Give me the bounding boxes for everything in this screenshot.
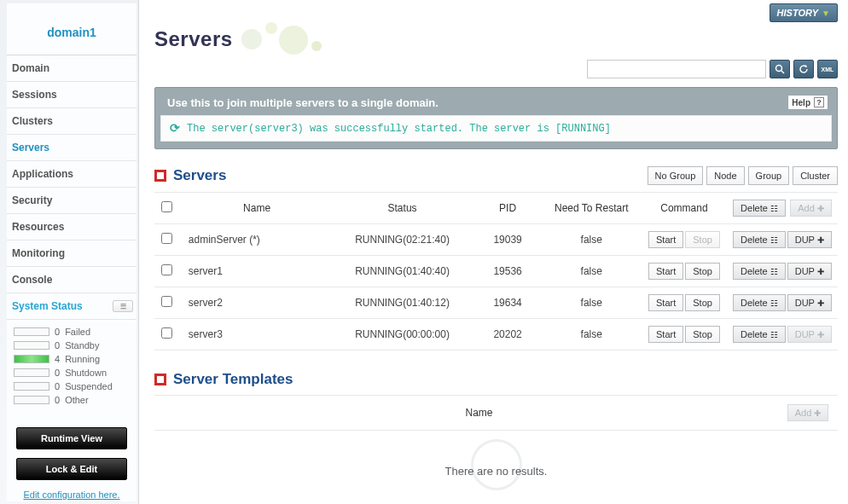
- col-restart: Need To Restart: [541, 193, 642, 224]
- svg-point-0: [776, 66, 782, 72]
- start-button[interactable]: Start: [648, 263, 683, 280]
- start-button[interactable]: Start: [648, 231, 683, 248]
- plus-icon: ✚: [817, 204, 824, 213]
- search-input[interactable]: [587, 60, 766, 78]
- group-button[interactable]: Group: [748, 166, 790, 185]
- export-xml-icon[interactable]: XML: [817, 60, 838, 78]
- status-standby: 0Standby: [9, 339, 136, 352]
- section-icon: [154, 170, 166, 182]
- info-box: Use this to join multiple servers to a s…: [154, 87, 838, 149]
- decorative-bubbles: [241, 22, 378, 56]
- plus-icon: ✚: [814, 408, 821, 418]
- search-icon[interactable]: [770, 60, 790, 78]
- cell-status: RUNNING(01:40:40): [330, 256, 473, 287]
- select-all-checkbox[interactable]: [161, 201, 172, 212]
- svg-line-1: [781, 71, 784, 73]
- row-checkbox[interactable]: [161, 296, 172, 307]
- delete-button[interactable]: Delete☷: [733, 263, 786, 280]
- sidebar-item-domain[interactable]: Domain: [7, 55, 136, 82]
- stop-button: Stop: [685, 231, 720, 248]
- system-status-header: System Status ☰: [7, 293, 136, 320]
- status-failed: 0Failed: [9, 325, 136, 339]
- system-status-list: 0Failed 0Standby 4Running 0Shutdown 0Sus…: [7, 320, 136, 415]
- col-pid: PID: [474, 193, 542, 224]
- status-shutdown: 0Shutdown: [9, 366, 136, 379]
- cluster-button[interactable]: Cluster: [793, 166, 838, 185]
- sidebar-item-resources[interactable]: Resources: [7, 214, 136, 240]
- lock-edit-button[interactable]: Lock & Edit: [16, 458, 127, 480]
- plus-icon: ✚: [817, 267, 824, 276]
- cell-status: RUNNING(02:21:40): [330, 224, 473, 256]
- col-name: Name: [180, 193, 331, 224]
- row-checkbox[interactable]: [161, 233, 172, 244]
- sidebar-item-servers[interactable]: Servers: [7, 135, 136, 161]
- row-checkbox[interactable]: [161, 327, 172, 339]
- delete-button[interactable]: Delete☷: [733, 231, 786, 248]
- cell-name: server2: [180, 287, 331, 319]
- cell-restart: false: [541, 224, 642, 256]
- no-results: There are no results.: [154, 431, 838, 495]
- cell-name: adminServer (*): [180, 224, 331, 256]
- col-status: Status: [330, 193, 473, 224]
- history-label: HISTORY: [777, 8, 819, 18]
- duplicate-button[interactable]: DUP✚: [787, 231, 832, 248]
- cell-restart: false: [541, 319, 642, 350]
- plus-icon: ✚: [817, 235, 824, 245]
- main-content: HISTORY ▼ Servers XML Use th: [139, 0, 848, 504]
- add-server-button[interactable]: Add✚: [790, 200, 832, 217]
- status-message: ⟳ The server(server3) was successfully s…: [160, 115, 832, 142]
- duplicate-button[interactable]: DUP✚: [787, 263, 832, 280]
- no-group-button[interactable]: No Group: [648, 166, 704, 185]
- help-button[interactable]: Help?: [787, 95, 828, 110]
- cell-pid: 19536: [474, 256, 542, 287]
- info-description: Use this to join multiple servers to a s…: [167, 96, 439, 109]
- cell-pid: 19634: [474, 287, 542, 319]
- delete-selected-button[interactable]: Delete☷: [733, 200, 786, 217]
- start-button[interactable]: Start: [648, 294, 683, 311]
- history-button[interactable]: HISTORY ▼: [770, 3, 838, 22]
- stop-button[interactable]: Stop: [685, 263, 720, 280]
- sidebar-item-applications[interactable]: Applications: [7, 161, 136, 188]
- cell-name: server1: [180, 256, 331, 287]
- duplicate-button[interactable]: DUP✚: [787, 294, 832, 311]
- cell-pid: 20202: [474, 319, 542, 350]
- status-card-icon[interactable]: ☰: [113, 300, 133, 312]
- delete-button[interactable]: Delete☷: [733, 294, 786, 311]
- section-icon: [154, 374, 166, 385]
- sidebar-item-console[interactable]: Console: [7, 267, 136, 293]
- cell-status: RUNNING(01:40:12): [330, 287, 473, 319]
- tmpl-col-name: Name: [180, 396, 778, 431]
- edit-config-link[interactable]: Edit configuration here.: [20, 489, 123, 501]
- stop-button[interactable]: Stop: [685, 294, 720, 311]
- sidebar-nav: Domain Sessions Clusters Servers Applica…: [7, 55, 136, 293]
- refresh-icon[interactable]: [793, 60, 814, 78]
- table-row: server2RUNNING(01:40:12)19634falseStartS…: [154, 287, 838, 319]
- refresh-status-icon: ⟳: [170, 121, 180, 136]
- row-checkbox[interactable]: [161, 264, 172, 275]
- table-row: server3RUNNING(00:00:00)20202falseStartS…: [154, 319, 838, 350]
- stop-button[interactable]: Stop: [685, 326, 720, 343]
- start-button[interactable]: Start: [648, 326, 683, 343]
- sidebar-item-security[interactable]: Security: [7, 188, 136, 214]
- cell-restart: false: [541, 287, 642, 319]
- sidebar-item-sessions[interactable]: Sessions: [7, 82, 136, 108]
- status-other: 0Other: [9, 393, 136, 407]
- delete-button[interactable]: Delete☷: [733, 326, 786, 343]
- status-suspended: 0Suspended: [9, 379, 136, 393]
- sidebar-item-clusters[interactable]: Clusters: [7, 108, 136, 135]
- table-row: adminServer (*)RUNNING(02:21:40)19039fal…: [154, 224, 838, 256]
- plus-icon: ✚: [817, 298, 824, 308]
- servers-table: Name Status PID Need To Restart Command …: [154, 192, 838, 350]
- node-button[interactable]: Node: [706, 166, 744, 185]
- stack-delete-icon: ☷: [770, 267, 778, 276]
- add-template-button[interactable]: Add✚: [787, 404, 829, 421]
- runtime-view-button[interactable]: Runtime View: [16, 427, 127, 449]
- sidebar: domain1 Domain Sessions Clusters Servers…: [0, 0, 139, 504]
- cell-name: server3: [180, 319, 331, 350]
- question-icon: ?: [814, 97, 824, 107]
- sidebar-item-monitoring[interactable]: Monitoring: [7, 240, 136, 267]
- page-title: Servers: [154, 22, 378, 56]
- duplicate-button: DUP✚: [787, 326, 832, 343]
- status-running: 4Running: [9, 352, 136, 366]
- col-command: Command: [642, 193, 727, 224]
